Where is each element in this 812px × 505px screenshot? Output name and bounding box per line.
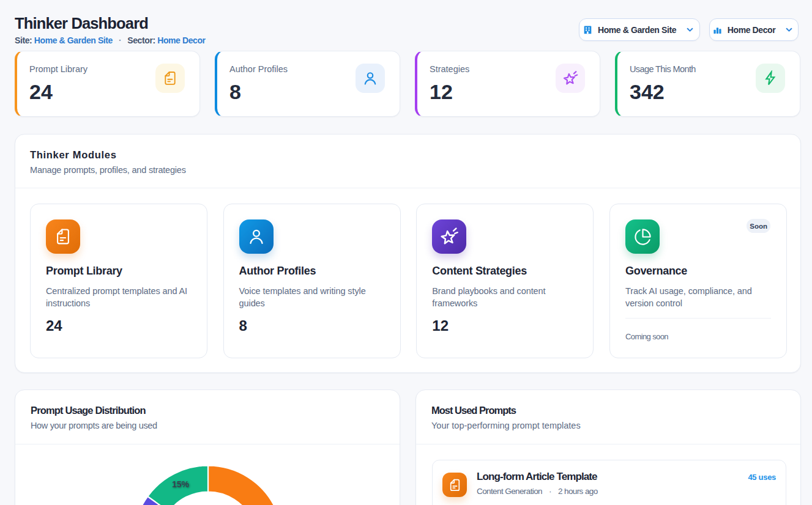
svg-text:15%: 15%	[172, 479, 190, 489]
